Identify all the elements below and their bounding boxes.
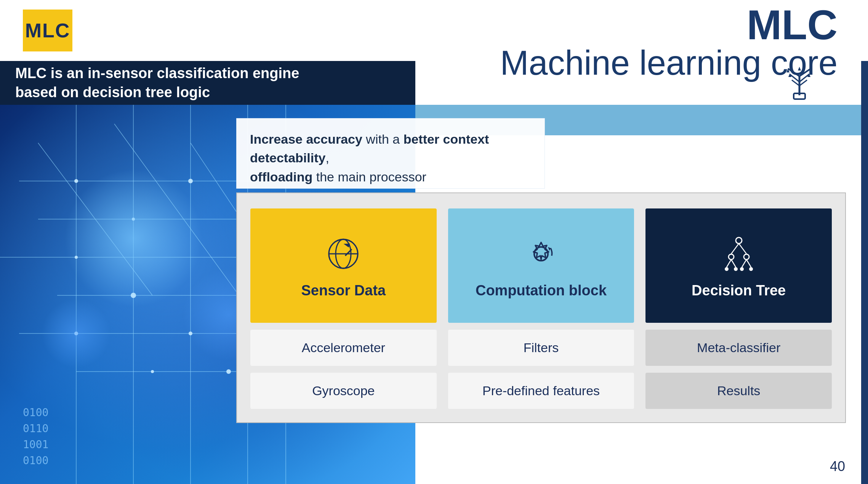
svg-point-61	[749, 267, 753, 271]
info-text-accuracy: Increase accuracy	[250, 132, 362, 146]
svg-point-59	[734, 267, 738, 271]
info-box-text: Increase accuracy with a better context …	[250, 130, 531, 186]
predefined-card: Pre-defined features	[448, 373, 634, 409]
computation-icon	[520, 233, 562, 275]
connector-icon-area	[777, 63, 822, 105]
results-label: Results	[717, 383, 760, 398]
svg-line-50	[731, 244, 739, 254]
info-text-offloading: offloading	[250, 170, 312, 184]
decision-tree-col: Decision Tree Meta-classifier Results	[645, 208, 832, 409]
right-accent-bar	[861, 0, 868, 484]
computation-col: Computation block Filters Pre-defined fe…	[448, 208, 634, 409]
svg-marker-9	[798, 67, 801, 71]
accelerometer-card: Accelerometer	[250, 330, 437, 366]
svg-line-55	[731, 260, 736, 267]
svg-point-58	[725, 267, 729, 271]
dark-banner: MLC is an in-sensor classification engin…	[0, 61, 415, 105]
gyroscope-card: Gyroscope	[250, 373, 437, 409]
binary-text: 0100 0110 1001 0100	[23, 405, 48, 469]
filters-card: Filters	[448, 330, 634, 366]
svg-line-56	[742, 260, 746, 267]
svg-point-53	[744, 254, 749, 260]
meta-classifier-card: Meta-classifier	[645, 330, 832, 366]
computation-card: Computation block	[448, 208, 634, 323]
mlc-logo-box: MLC	[23, 10, 72, 51]
svg-point-60	[740, 267, 744, 271]
svg-line-51	[739, 244, 746, 254]
svg-point-49	[736, 237, 742, 244]
header-title-main: MLC	[500, 4, 838, 46]
sensor-data-card: Sensor Data	[250, 208, 437, 323]
svg-point-52	[729, 254, 734, 260]
decision-tree-card: Decision Tree	[645, 208, 832, 323]
decision-tree-label: Decision Tree	[692, 282, 786, 299]
accelerometer-label: Accelerometer	[302, 340, 385, 355]
cards-row: Sensor Data Accelerometer Gyroscope	[250, 208, 832, 409]
predefined-label: Pre-defined features	[482, 383, 600, 398]
results-card: Results	[645, 373, 832, 409]
header: MLC MLC Machine learning core	[0, 0, 868, 61]
gyroscope-label: Gyroscope	[312, 383, 375, 398]
filters-label: Filters	[524, 340, 559, 355]
sensor-data-label: Sensor Data	[301, 282, 386, 299]
svg-line-54	[727, 260, 731, 267]
info-box: Increase accuracy with a better context …	[236, 118, 545, 189]
page-number: 40	[830, 458, 845, 474]
mlc-logo-text: MLC	[25, 19, 70, 42]
meta-classifier-label: Meta-classifier	[697, 340, 780, 355]
svg-line-57	[746, 260, 751, 267]
sensor-data-col: Sensor Data Accelerometer Gyroscope	[250, 208, 437, 409]
svg-marker-48	[548, 247, 551, 251]
cards-container: Sensor Data Accelerometer Gyroscope	[236, 192, 846, 423]
decision-tree-icon	[718, 233, 760, 275]
computation-label: Computation block	[476, 282, 607, 299]
dark-banner-text: MLC is an in-sensor classification engin…	[15, 64, 299, 102]
sensor-icon	[322, 233, 364, 275]
